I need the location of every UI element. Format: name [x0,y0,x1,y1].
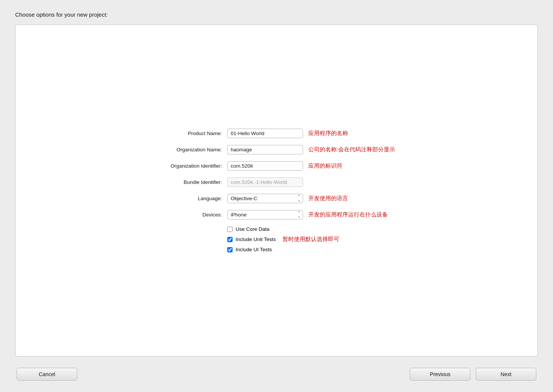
language-select-wrapper: Objective-C Swift ⌃⌄ [227,194,303,203]
devices-row: Devices: iPhone iPad Universal ⌃⌄ 开发的应用程… [144,210,409,219]
language-label: Language: [144,196,227,201]
product-name-label: Product Name: [144,131,227,136]
bundle-identifier-label: Bundle Identifier: [144,179,227,185]
bundle-identifier-row: Bundle Identifier: [144,177,409,187]
devices-select-wrapper: iPhone iPad Universal ⌃⌄ [227,210,303,219]
organization-identifier-input[interactable] [227,161,303,171]
devices-select[interactable]: iPhone iPad Universal [227,210,303,219]
product-name-input[interactable] [227,129,303,138]
product-name-annotation: 应用程序的名称 [308,130,348,137]
organization-name-row: Organization Name: 公司的名称:会在代码注释部分显示 [144,145,409,154]
include-ui-tests-checkbox[interactable] [227,247,233,252]
use-core-data-label: Use Core Data [236,226,269,232]
devices-label: Devices: [144,212,227,218]
organization-identifier-label: Organization Identifier: [144,163,227,169]
use-core-data-checkbox[interactable] [227,227,233,232]
language-row: Language: Objective-C Swift ⌃⌄ 开发使用的语言 [144,194,409,203]
page-title: Choose options for your new project: [15,11,538,18]
organization-name-annotation: 公司的名称:会在代码注释部分显示 [308,146,395,153]
organization-identifier-annotation: 应用的标识符 [308,162,342,170]
footer: Cancel Previous Next [15,368,538,381]
include-ui-tests-row: Include UI Tests [227,247,339,252]
use-core-data-row: Use Core Data [227,226,339,232]
include-unit-tests-row: Include Unit Tests 暂时使用默认选择即可 [227,236,339,243]
next-button[interactable]: Next [476,368,536,381]
organization-identifier-row: Organization Identifier: 应用的标识符 [144,161,409,171]
include-unit-tests-label: Include Unit Tests [236,236,276,242]
bundle-identifier-input [227,177,303,187]
language-annotation: 开发使用的语言 [308,195,348,202]
devices-annotation: 开发的应用程序运行在什么设备 [308,211,388,218]
language-select[interactable]: Objective-C Swift [227,194,303,203]
product-name-row: Product Name: 应用程序的名称 [144,129,409,138]
organization-name-label: Organization Name: [144,147,227,152]
previous-button[interactable]: Previous [410,368,470,381]
checkboxes-row: Use Core Data Include Unit Tests 暂时使用默认选… [144,226,409,252]
form-area: Product Name: 应用程序的名称 Organization Name:… [144,129,409,252]
footer-right: Previous Next [410,368,536,381]
cancel-button[interactable]: Cancel [17,368,77,381]
checkbox-annotation: 暂时使用默认选择即可 [283,236,339,243]
organization-name-input[interactable] [227,145,303,154]
include-unit-tests-checkbox[interactable] [227,237,233,242]
main-panel: Product Name: 应用程序的名称 Organization Name:… [15,25,538,356]
include-ui-tests-label: Include UI Tests [236,247,272,252]
